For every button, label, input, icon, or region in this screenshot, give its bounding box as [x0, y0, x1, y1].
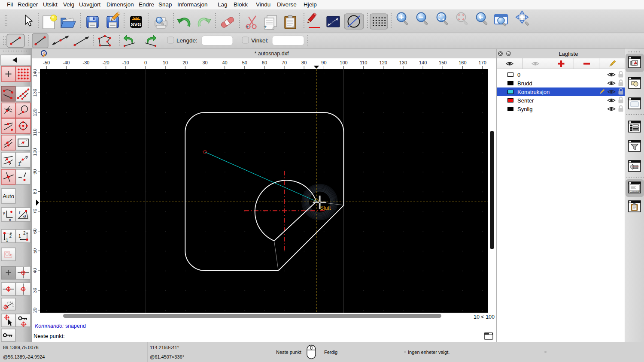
svg-text:10: 10	[163, 60, 168, 65]
svg-text:150: 150	[439, 60, 447, 65]
svg-text:130: 130	[399, 60, 407, 65]
svg-text:20: 20	[33, 308, 37, 313]
svg-text:80: 80	[33, 189, 37, 194]
svg-text:c command: c command	[631, 190, 639, 192]
svg-text:140: 140	[419, 60, 427, 65]
svg-text:+: +	[264, 24, 267, 30]
svg-text:50: 50	[242, 60, 247, 65]
svg-text:90: 90	[321, 60, 326, 65]
svg-text:-40: -40	[63, 60, 70, 65]
svg-text:1: 1	[18, 162, 21, 166]
svg-text:-30: -30	[83, 60, 90, 65]
svg-text:90: 90	[33, 169, 37, 174]
svg-text:2: 2	[9, 234, 12, 238]
svg-text:-10: -10	[122, 60, 129, 65]
svg-text:Auto: Auto	[3, 193, 14, 199]
svg-text:60: 60	[33, 229, 37, 234]
svg-text:1: 1	[18, 234, 21, 238]
svg-text:20: 20	[182, 60, 188, 65]
svg-text:110: 110	[33, 129, 37, 136]
svg-text:70: 70	[33, 209, 37, 214]
svg-text:100: 100	[340, 60, 347, 65]
svg-text:30: 30	[33, 288, 37, 293]
svg-text:30: 30	[202, 60, 207, 65]
svg-text:Lagliste: Lagliste	[559, 51, 578, 57]
svg-text:Lengde:: Lengde:	[176, 37, 197, 44]
svg-text:40: 40	[33, 268, 37, 273]
svg-text:40: 40	[222, 60, 227, 65]
svg-text:-50: -50	[43, 60, 50, 65]
svg-text:0: 0	[144, 60, 147, 65]
svg-text:+: +	[246, 24, 249, 30]
svg-text:170: 170	[478, 60, 486, 65]
svg-text:2: 2	[23, 231, 26, 235]
svg-text:1: 1	[6, 238, 9, 243]
svg-text:x: x	[9, 217, 12, 222]
svg-text:SVG: SVG	[131, 22, 141, 27]
svg-text:100: 100	[33, 148, 37, 156]
svg-text:120: 120	[380, 60, 387, 65]
svg-text:a: a	[24, 214, 26, 218]
svg-text:50: 50	[33, 248, 37, 253]
svg-text:y: y	[3, 210, 6, 215]
svg-text:60: 60	[262, 60, 267, 65]
svg-text:Slutt: Slutt	[320, 205, 331, 211]
svg-text:160: 160	[459, 60, 466, 65]
svg-text:130: 130	[33, 89, 37, 97]
svg-text:-20: -20	[103, 60, 109, 65]
svg-text:120: 120	[33, 109, 37, 116]
svg-text:70: 70	[282, 60, 287, 65]
svg-text:Vinkel:: Vinkel:	[251, 37, 268, 44]
svg-text:80: 80	[301, 60, 307, 65]
svg-text:140: 140	[33, 69, 37, 77]
svg-text:2: 2	[26, 155, 28, 160]
svg-text:110: 110	[360, 60, 368, 65]
